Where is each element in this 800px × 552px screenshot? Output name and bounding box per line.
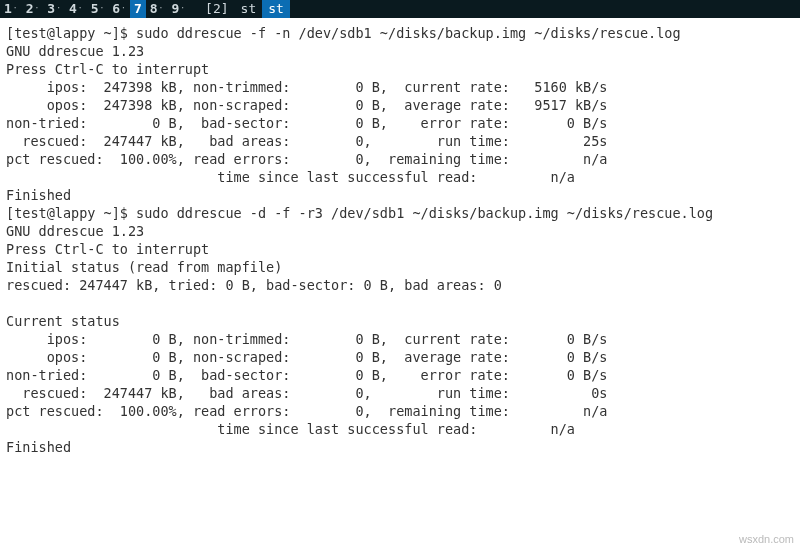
status-row: pct rescued: 100.00%, read errors: 0, re…	[6, 151, 607, 167]
workspace-9[interactable]: 9·	[167, 0, 189, 18]
workspace-8[interactable]: 8·	[146, 0, 168, 18]
status-row: opos: 0 B, non-scraped: 0 B, average rat…	[6, 349, 607, 365]
workspace-4[interactable]: 4·	[65, 0, 87, 18]
version-line: GNU ddrescue 1.23	[6, 43, 144, 59]
initial-status-line: rescued: 247447 kB, tried: 0 B, bad-sect…	[6, 277, 502, 293]
tab-st-1[interactable]: st	[235, 0, 263, 18]
prompt-line-2: [test@lappy ~]$ sudo ddrescue -d -f -r3 …	[6, 205, 713, 221]
terminal-output[interactable]: [test@lappy ~]$ sudo ddrescue -f -n /dev…	[0, 18, 800, 462]
interrupt-hint: Press Ctrl-C to interrupt	[6, 61, 209, 77]
status-row: rescued: 247447 kB, bad areas: 0, run ti…	[6, 385, 607, 401]
status-row: opos: 247398 kB, non-scraped: 0 B, avera…	[6, 97, 607, 113]
version-line: GNU ddrescue 1.23	[6, 223, 144, 239]
status-row: non-tried: 0 B, bad-sector: 0 B, error r…	[6, 367, 607, 383]
interrupt-hint: Press Ctrl-C to interrupt	[6, 241, 209, 257]
window-tab-bar: 1· 2· 3· 4· 5· 6· 7 8· 9· [2] st st	[0, 0, 800, 18]
workspace-7[interactable]: 7	[130, 0, 146, 18]
workspace-2[interactable]: 2·	[22, 0, 44, 18]
status-row: pct rescued: 100.00%, read errors: 0, re…	[6, 403, 607, 419]
status-row: ipos: 247398 kB, non-trimmed: 0 B, curre…	[6, 79, 607, 95]
prompt-line-1: [test@lappy ~]$ sudo ddrescue -f -n /dev…	[6, 25, 681, 41]
session-count: [2]	[199, 0, 234, 18]
initial-status-header: Initial status (read from mapfile)	[6, 259, 282, 275]
watermark: wsxdn.com	[739, 530, 794, 548]
finished-label: Finished	[6, 439, 71, 455]
status-row: time since last successful read: n/a	[6, 169, 575, 185]
workspace-6[interactable]: 6·	[108, 0, 130, 18]
status-row: non-tried: 0 B, bad-sector: 0 B, error r…	[6, 115, 607, 131]
finished-label: Finished	[6, 187, 71, 203]
current-status-header: Current status	[6, 313, 120, 329]
status-row: time since last successful read: n/a	[6, 421, 575, 437]
workspace-5[interactable]: 5·	[87, 0, 109, 18]
tab-st-2[interactable]: st	[262, 0, 290, 18]
status-row: ipos: 0 B, non-trimmed: 0 B, current rat…	[6, 331, 607, 347]
workspace-1[interactable]: 1·	[0, 0, 22, 18]
status-row: rescued: 247447 kB, bad areas: 0, run ti…	[6, 133, 607, 149]
workspace-3[interactable]: 3·	[43, 0, 65, 18]
